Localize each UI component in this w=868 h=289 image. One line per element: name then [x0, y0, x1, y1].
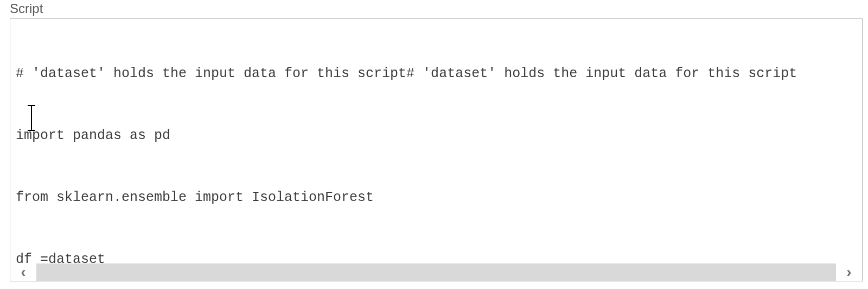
code-line[interactable]: from sklearn.ensemble import IsolationFo… — [16, 187, 857, 208]
scroll-left-button[interactable]: ‹ — [10, 263, 36, 281]
scrollbar-track[interactable] — [36, 263, 836, 281]
code-area[interactable]: # 'dataset' holds the input data for thi… — [10, 19, 862, 263]
scrollbar-thumb[interactable] — [36, 263, 836, 281]
script-editor[interactable]: # 'dataset' holds the input data for thi… — [10, 18, 863, 281]
horizontal-scrollbar[interactable]: ‹ › — [10, 263, 862, 281]
script-panel: Script # 'dataset' holds the input data … — [0, 1, 868, 284]
panel-label: Script — [10, 1, 863, 16]
code-line[interactable]: import pandas as pd — [16, 125, 857, 146]
scroll-right-button[interactable]: › — [836, 263, 862, 281]
code-line[interactable]: df =dataset — [16, 249, 857, 263]
code-line[interactable]: # 'dataset' holds the input data for thi… — [16, 64, 857, 84]
